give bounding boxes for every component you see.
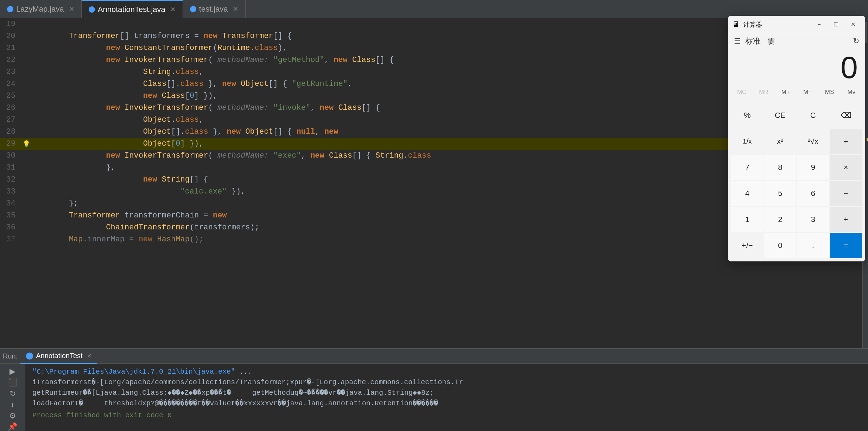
calc-minimize-button[interactable]: − — [811, 18, 827, 31]
run-tab-label: AnnotationTest — [36, 352, 82, 360]
output-line-4: loadFactorI� thresholdxp?@���������t��va… — [32, 398, 861, 409]
calc-buttons-grid: % CE C ⌫ 1/x x² ²√x ÷ 7 8 9 × 4 5 6 − 1 … — [728, 101, 865, 261]
calc-add-button[interactable]: + — [830, 207, 862, 232]
calc-app-icon: 🖩 — [733, 20, 740, 28]
tab-close-test[interactable]: ✕ — [233, 5, 238, 13]
tab-close-annotationtest[interactable]: ✕ — [170, 6, 176, 13]
calc-display: 0 — [728, 49, 865, 84]
run-pin-button[interactable]: 📌 — [5, 422, 20, 431]
calc-divide-button[interactable]: ÷ — [830, 129, 862, 154]
run-output: "C:\Program Files\Java\jdk1.7.0_21\bin\j… — [25, 364, 868, 431]
calc-header: ☰ 标准 霎 ↻ — [728, 33, 865, 49]
calc-decimal-button[interactable]: . — [797, 233, 829, 258]
calc-6-button[interactable]: 6 — [797, 181, 829, 206]
calc-8-button[interactable]: 8 — [764, 155, 797, 180]
tab-icon-annotationtest — [89, 6, 95, 13]
calc-titlebar-buttons: − ☐ ✕ — [811, 18, 861, 31]
calc-mode-title: 标准 — [745, 36, 761, 46]
run-tab-close[interactable]: ✕ — [87, 353, 91, 359]
output-line-3: getRuntimeur��[Ljava.lang.Class;◆��◆Z◆��… — [32, 388, 861, 398]
run-icon: Run: — [3, 352, 18, 360]
tab-label-test: test.java — [199, 5, 228, 14]
calc-7-button[interactable]: 7 — [731, 155, 764, 180]
tab-annotationtest[interactable]: AnnotationTest.java ✕ — [82, 0, 183, 18]
calc-c-button[interactable]: C — [797, 103, 829, 128]
calc-backspace-button[interactable]: ⌫ — [830, 103, 862, 128]
calc-0-button[interactable]: 0 — [764, 233, 797, 258]
calc-3-button[interactable]: 3 — [797, 207, 829, 232]
calc-subtract-button[interactable]: − — [830, 181, 862, 206]
calc-negate-button[interactable]: +/− — [731, 233, 764, 258]
calc-9-button[interactable]: 9 — [797, 155, 829, 180]
calc-2-button[interactable]: 2 — [764, 207, 797, 232]
run-settings-button[interactable]: ⚙ — [5, 411, 20, 421]
run-stop-button[interactable]: ⬛ — [5, 378, 20, 388]
tab-close-lazymap[interactable]: ✕ — [69, 5, 74, 13]
calc-ce-button[interactable]: CE — [764, 103, 797, 128]
calc-square-button[interactable]: x² — [764, 129, 797, 154]
calculator-window: 🖩 计算器 − ☐ ✕ ☰ 标准 霎 ↻ 0 MC MR M+ M− MS Mv… — [728, 16, 865, 261]
tab-lazymap[interactable]: LazyMap.java ✕ — [0, 0, 82, 18]
calc-close-button[interactable]: ✕ — [845, 18, 861, 31]
calc-mv-button[interactable]: Mv — [841, 84, 862, 100]
run-panel: Run: AnnotationTest ✕ ▶ ⬛ ↻ ↓ ⚙ 📌 "C:\Pr… — [0, 348, 868, 431]
calc-titlebar: 🖩 计算器 − ☐ ✕ — [728, 16, 865, 33]
run-tab-bar: Run: AnnotationTest ✕ — [0, 349, 868, 364]
calc-multiply-button[interactable]: × — [830, 155, 862, 180]
calc-5-button[interactable]: 5 — [764, 181, 797, 206]
bulb-icon[interactable]: 💡 — [23, 140, 30, 148]
run-tab-icon — [26, 353, 33, 360]
calc-ms-button[interactable]: MS — [819, 84, 840, 100]
tab-icon-lazymap — [7, 6, 13, 12]
calc-hamburger-icon[interactable]: ☰ — [734, 37, 741, 46]
calc-percent-button[interactable]: % — [731, 103, 764, 128]
calc-memory-row: MC MR M+ M− MS Mv — [728, 84, 865, 101]
calc-1-button[interactable]: 1 — [731, 207, 764, 232]
calc-mplus-button[interactable]: M+ — [775, 84, 796, 100]
calc-maximize-button[interactable]: ☐ — [828, 18, 844, 31]
output-line-2: iTransformerst�-[Lorg/apache/commons/col… — [32, 377, 861, 388]
run-panel-body: ▶ ⬛ ↻ ↓ ⚙ 📌 "C:\Program Files\Java\jdk1.… — [0, 364, 868, 431]
run-sidebar: ▶ ⬛ ↻ ↓ ⚙ 📌 — [0, 364, 25, 431]
calc-title: 计算器 — [743, 20, 762, 29]
tab-icon-test — [190, 6, 196, 12]
calc-titlebar-left: 🖩 计算器 — [733, 20, 762, 29]
run-rerun-button[interactable]: ↻ — [5, 389, 20, 399]
tab-label-lazymap: LazyMap.java — [16, 5, 64, 14]
calc-value: 0 — [841, 52, 858, 83]
run-tab-annotationtest[interactable]: AnnotationTest ✕ — [20, 349, 97, 364]
run-play-button[interactable]: ▶ — [5, 367, 20, 376]
exit-line: Process finished with exit code 0 — [32, 410, 861, 421]
calc-equals-button[interactable]: = — [830, 233, 862, 258]
run-label: Run: — [0, 352, 20, 360]
error-marker — [867, 138, 868, 141]
calc-reciprocal-button[interactable]: 1/x — [731, 129, 764, 154]
calc-convert-icon[interactable]: 霎 — [768, 37, 775, 46]
calc-mc-button[interactable]: MC — [731, 84, 752, 100]
calc-4-button[interactable]: 4 — [731, 181, 764, 206]
run-scroll-down-button[interactable]: ↓ — [5, 400, 20, 410]
tab-label-annotationtest: AnnotationTest.java — [98, 5, 165, 14]
calc-mminus-button[interactable]: M− — [797, 84, 818, 100]
calc-sqrt-button[interactable]: ²√x — [797, 129, 829, 154]
output-line-1: "C:\Program Files\Java\jdk1.7.0_21\bin\j… — [32, 367, 861, 377]
calc-mr-button[interactable]: MR — [753, 84, 774, 100]
tab-test[interactable]: test.java ✕ — [183, 0, 246, 18]
calc-history-icon[interactable]: ↻ — [853, 37, 859, 46]
